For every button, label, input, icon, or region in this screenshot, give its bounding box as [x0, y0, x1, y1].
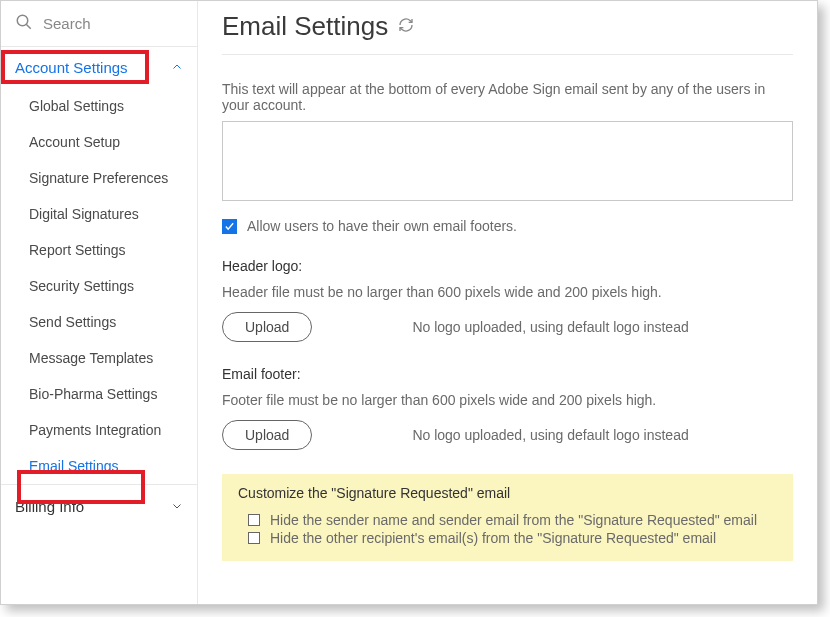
- sidebar-item-message-templates[interactable]: Message Templates: [1, 340, 197, 376]
- hide-sender-checkbox[interactable]: [248, 514, 260, 526]
- email-footer-section: Email footer: Footer file must be no lar…: [222, 366, 793, 450]
- footer-description: This text will appear at the bottom of e…: [222, 81, 793, 113]
- nav-section-account-settings[interactable]: Account Settings: [1, 47, 197, 88]
- email-footer-hint: Footer file must be no larger than 600 p…: [222, 392, 793, 408]
- billing-title: Billing Info: [15, 498, 84, 515]
- chevron-up-icon: [171, 60, 183, 76]
- sidebar-item-email-settings[interactable]: Email Settings: [1, 448, 197, 484]
- hide-sender-label: Hide the sender name and sender email fr…: [270, 512, 757, 528]
- email-footer-textarea[interactable]: [222, 121, 793, 201]
- allow-own-footers-row: Allow users to have their own email foot…: [222, 218, 793, 234]
- email-footer-upload-button[interactable]: Upload: [222, 420, 312, 450]
- sidebar-item-report-settings[interactable]: Report Settings: [1, 232, 197, 268]
- page-title: Email Settings: [222, 11, 388, 42]
- search-input[interactable]: [43, 15, 183, 32]
- sidebar: Account Settings Global Settings Account…: [1, 1, 198, 604]
- allow-own-footers-checkbox[interactable]: [222, 219, 237, 234]
- sidebar-item-send-settings[interactable]: Send Settings: [1, 304, 197, 340]
- header-logo-upload-button[interactable]: Upload: [222, 312, 312, 342]
- hide-recipients-checkbox[interactable]: [248, 532, 260, 544]
- refresh-icon[interactable]: [398, 17, 414, 36]
- main-content: Email Settings This text will appear at …: [198, 1, 817, 604]
- sidebar-item-payments-integration[interactable]: Payments Integration: [1, 412, 197, 448]
- sidebar-item-bio-pharma-settings[interactable]: Bio-Pharma Settings: [1, 376, 197, 412]
- sidebar-item-global-settings[interactable]: Global Settings: [1, 88, 197, 124]
- svg-point-0: [17, 15, 28, 26]
- customize-opt2-row: Hide the other recipient's email(s) from…: [238, 529, 777, 547]
- sidebar-item-signature-preferences[interactable]: Signature Preferences: [1, 160, 197, 196]
- header-logo-hint: Header file must be no larger than 600 p…: [222, 284, 793, 300]
- search-icon: [15, 13, 33, 34]
- search-box: [1, 1, 197, 47]
- header-logo-status: No logo uploaded, using default logo ins…: [332, 319, 793, 335]
- header-logo-label: Header logo:: [222, 258, 793, 274]
- sidebar-item-security-settings[interactable]: Security Settings: [1, 268, 197, 304]
- header-logo-section: Header logo: Header file must be no larg…: [222, 258, 793, 342]
- email-footer-status: No logo uploaded, using default logo ins…: [332, 427, 793, 443]
- customize-title: Customize the "Signature Requested" emai…: [238, 485, 777, 501]
- allow-own-footers-label: Allow users to have their own email foot…: [247, 218, 517, 234]
- page-title-row: Email Settings: [222, 11, 793, 55]
- svg-line-1: [26, 24, 31, 29]
- nav-section-title: Account Settings: [15, 59, 128, 76]
- sidebar-item-digital-signatures[interactable]: Digital Signatures: [1, 196, 197, 232]
- hide-recipients-label: Hide the other recipient's email(s) from…: [270, 530, 716, 546]
- customize-opt1-row: Hide the sender name and sender email fr…: [238, 511, 777, 529]
- sidebar-item-account-setup[interactable]: Account Setup: [1, 124, 197, 160]
- customize-signature-requested-box: Customize the "Signature Requested" emai…: [222, 474, 793, 561]
- nav-section-billing-info[interactable]: Billing Info: [1, 484, 197, 528]
- email-footer-label: Email footer:: [222, 366, 793, 382]
- chevron-down-icon: [171, 499, 183, 515]
